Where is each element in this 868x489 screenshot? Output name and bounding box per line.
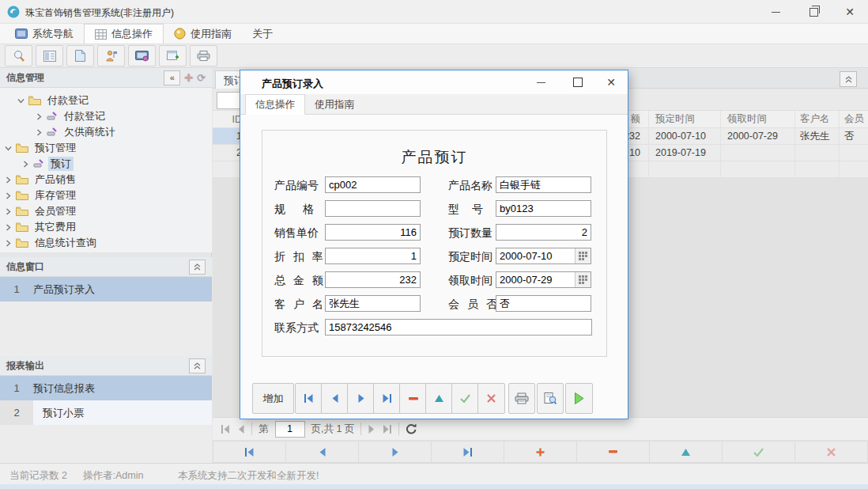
window-minimize-button[interactable]: [757, 0, 794, 24]
add-button[interactable]: 增加: [252, 383, 294, 414]
next-record-button[interactable]: [347, 383, 375, 414]
menu-item-user-guide[interactable]: 使用指南: [164, 24, 242, 44]
new-document-button[interactable]: [66, 45, 94, 66]
member-field[interactable]: [496, 295, 591, 312]
model-label: 型 号: [448, 203, 488, 217]
total-field[interactable]: [325, 271, 421, 288]
user-manage-button[interactable]: [97, 45, 125, 66]
window-close-button[interactable]: ✕: [832, 0, 868, 24]
tool-icon: [47, 127, 58, 137]
first-record-icon: [244, 448, 255, 457]
last-record-button[interactable]: [373, 383, 401, 414]
tree-node-stats-query[interactable]: 信息统计查询: [0, 235, 212, 251]
report-item-reserve-ticket[interactable]: 2 预订小票: [0, 400, 212, 425]
last-page-icon[interactable]: [382, 425, 392, 434]
cancel-record-button[interactable]: [477, 383, 505, 414]
dialog-close-button[interactable]: ✕: [598, 70, 625, 94]
reserve-date-field[interactable]: [496, 248, 591, 264]
run-button[interactable]: [565, 383, 593, 414]
tree-node-reserve-folder[interactable]: 预订管理: [0, 140, 212, 156]
print-preview-button[interactable]: [537, 383, 564, 414]
tree-node-payment-entry[interactable]: 付款登记: [0, 108, 212, 124]
close-icon: ✕: [606, 76, 616, 89]
col-header-member[interactable]: 会员: [840, 111, 868, 127]
contact-field[interactable]: [325, 319, 592, 335]
col-header-customer[interactable]: 客户名: [795, 111, 840, 127]
post-record-button[interactable]: [451, 383, 479, 414]
product-name-field[interactable]: [496, 176, 591, 193]
dialog-tab-user-guide[interactable]: 使用指南: [305, 95, 364, 114]
refresh-grid-icon[interactable]: [406, 423, 417, 434]
add-icon[interactable]: ✚: [184, 72, 193, 84]
customer-field[interactable]: [325, 295, 421, 312]
tree-node-payment-folder[interactable]: 付款登记: [0, 93, 212, 108]
add-window-button[interactable]: [159, 45, 187, 66]
tree-node-product-sales[interactable]: 产品销售: [0, 172, 212, 188]
tree-node-members[interactable]: 会员管理: [0, 203, 212, 219]
nav-next-button[interactable]: [359, 441, 432, 463]
first-page-icon[interactable]: [221, 425, 231, 434]
window-restore-button[interactable]: [795, 0, 832, 24]
info-window-item[interactable]: 1 产品预订录入: [0, 277, 212, 301]
dialog-tabstrip: 信息操作 使用指南: [240, 94, 628, 115]
calendar-button[interactable]: [575, 248, 591, 263]
image-view-button[interactable]: [128, 45, 156, 66]
nav-edit-button[interactable]: [650, 441, 723, 463]
quantity-field[interactable]: [496, 224, 591, 241]
folder-icon: [16, 191, 28, 200]
collapse-left-button[interactable]: «: [164, 70, 180, 85]
first-record-button[interactable]: [295, 383, 323, 414]
tree-node-reserve[interactable]: 预订: [0, 156, 212, 172]
model-field[interactable]: [496, 200, 591, 217]
search-button[interactable]: [5, 45, 32, 66]
unit-price-field[interactable]: [325, 224, 421, 241]
menu-item-system-nav[interactable]: 系统导航: [5, 24, 84, 44]
dialog-title-bar[interactable]: 产品预订录入 ✕: [240, 70, 628, 94]
discount-field[interactable]: [325, 248, 421, 264]
nav-last-button[interactable]: [432, 441, 504, 463]
add-record-icon: [536, 448, 545, 457]
nav-add-button[interactable]: [504, 441, 577, 463]
dialog-tab-info-ops[interactable]: 信息操作: [245, 94, 305, 115]
product-code-field[interactable]: [325, 176, 421, 193]
tree-node-supplier-debt[interactable]: 欠供商统计: [0, 124, 212, 140]
folder-icon: [16, 143, 28, 153]
print-setup-button[interactable]: [190, 45, 217, 66]
next-record-icon: [391, 448, 399, 457]
grid-collapse-button[interactable]: [840, 71, 857, 87]
tree-node-other-fees[interactable]: 其它费用: [0, 219, 212, 235]
nav-prev-button[interactable]: [286, 441, 359, 463]
report-view-button[interactable]: [36, 45, 63, 66]
nav-first-button[interactable]: [213, 441, 286, 463]
edit-record-button[interactable]: [425, 383, 453, 414]
page-number-input[interactable]: [275, 421, 305, 438]
nav-delete-button[interactable]: [577, 441, 650, 463]
report-item-reserve-report[interactable]: 1 预订信息报表: [0, 376, 212, 400]
menu-item-about[interactable]: 关于: [242, 24, 283, 44]
tree-node-inventory[interactable]: 库存管理: [0, 188, 212, 203]
col-header-pickup-date[interactable]: 领取时间: [721, 111, 795, 127]
calendar-icon: [579, 252, 587, 260]
product-name-label: 产品名称: [448, 179, 492, 193]
prev-record-button[interactable]: [321, 383, 349, 414]
delete-record-button[interactable]: [399, 383, 427, 414]
info-manage-panel-header: 信息管理 « ✚ ⟳: [0, 68, 212, 88]
spec-field[interactable]: [325, 200, 421, 217]
panel-collapse-button[interactable]: [189, 260, 206, 275]
panel-collapse-button[interactable]: [189, 358, 206, 373]
prev-page-icon[interactable]: [237, 425, 245, 434]
col-header-reserve-date[interactable]: 预定时间: [649, 111, 721, 127]
nav-cancel-button[interactable]: [795, 441, 868, 463]
folder-icon: [16, 175, 28, 184]
dialog-minimize-button[interactable]: [527, 70, 554, 94]
refresh-icon[interactable]: ⟳: [197, 72, 206, 84]
pickup-date-field[interactable]: [496, 271, 591, 288]
menu-item-info-ops[interactable]: 信息操作: [84, 24, 164, 44]
prev-record-icon: [331, 394, 339, 403]
nav-post-button[interactable]: [723, 441, 795, 463]
calendar-button[interactable]: [575, 272, 591, 287]
report-icon: [43, 51, 56, 62]
print-button[interactable]: [508, 383, 535, 414]
next-page-icon[interactable]: [368, 425, 376, 434]
dialog-maximize-button[interactable]: [564, 70, 591, 94]
